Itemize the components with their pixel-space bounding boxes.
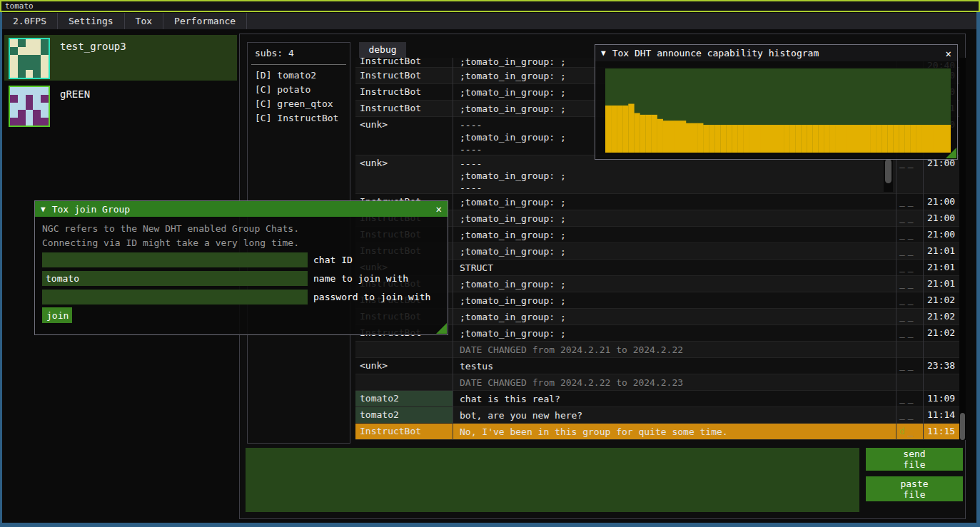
chat-message-row[interactable]: <unk>testus__23:38	[355, 358, 959, 374]
join-description-line: NGC refers to the New DHT enabled Group …	[42, 223, 299, 234]
menu-item-settings[interactable]: Settings	[58, 13, 125, 29]
delivery-status-cell: __	[896, 260, 923, 272]
window-border-right	[976, 12, 980, 527]
close-icon[interactable]: ✕	[946, 48, 951, 59]
delivery-status-cell: __	[896, 358, 923, 371]
sender-name-cell: InstructBot	[355, 424, 453, 439]
chat-scrollbar[interactable]	[959, 58, 966, 440]
timestamp-cell	[924, 342, 958, 344]
sender-name-cell: InstructBot	[355, 84, 453, 100]
window-title: tomato	[5, 1, 34, 11]
histogram-title: Tox DHT announce capability histogram	[612, 48, 819, 58]
group-name-label: test_group3	[60, 41, 126, 52]
join-button[interactable]: join	[42, 307, 72, 323]
join-description-line: Connecting via ID might take a very long…	[42, 237, 299, 248]
message-text-cell: ;tomato_in_group: ;	[455, 227, 895, 242]
member-list-item[interactable]: [D] tomato2	[255, 70, 316, 81]
sender-name-cell: tomato2	[355, 391, 453, 406]
sender-name-cell	[355, 342, 453, 357]
window-border-left	[0, 12, 2, 527]
delivery-status-cell: __	[896, 309, 923, 322]
timestamp-cell: 11:09	[924, 391, 958, 404]
delivery-status-cell: __	[896, 276, 923, 289]
group-avatar	[9, 86, 50, 127]
join-group-window[interactable]: ▼ Tox join Group ✕ NGC refers to the New…	[34, 200, 448, 335]
date-changed-row[interactable]: DATE CHANGED from 2024.2.21 to 2024.2.22	[355, 342, 959, 358]
message-text-cell: DATE CHANGED from 2024.2.21 to 2024.2.22	[455, 342, 895, 357]
window-border-bottom	[0, 523, 980, 527]
sidebar-group-gREEN[interactable]: gREEN	[4, 83, 237, 123]
timestamp-cell: 21:00	[924, 194, 958, 207]
delivery-status-cell: d_	[896, 424, 923, 436]
delivery-status-cell: __	[896, 407, 923, 420]
message-text-cell: ;tomato_in_group: ;	[455, 194, 895, 210]
title-bar[interactable]: tomato	[0, 0, 980, 12]
message-text-cell: testus	[455, 358, 895, 374]
tab-debug[interactable]: debug	[359, 42, 406, 58]
resize-grip-icon[interactable]	[946, 148, 956, 158]
column-divider[interactable]	[453, 58, 453, 440]
member-list-item[interactable]: [C] green_qtox	[255, 98, 333, 109]
chat-message-row[interactable]: tomato2chat is this real?__11:09	[355, 391, 959, 407]
join-password-input[interactable]	[42, 290, 308, 305]
message-input[interactable]	[246, 448, 859, 512]
message-text-cell: chat is this real?	[455, 391, 895, 406]
chat-message-row[interactable]: tomato2bot, are you new here?__11:14	[355, 407, 959, 424]
sender-name-cell: InstructBot	[355, 101, 453, 116]
message-cell-scrollbar-thumb[interactable]	[885, 159, 891, 183]
timestamp-cell: 21:00	[924, 227, 958, 240]
message-text-cell: ;tomato_in_group: ;	[455, 325, 895, 341]
message-text-cell: No, I've been in this group for quite so…	[455, 424, 895, 439]
collapse-icon[interactable]: ▼	[41, 205, 46, 214]
message-cell-scrollbar[interactable]	[884, 158, 893, 192]
send-file-button[interactable]: send file	[866, 448, 963, 471]
message-text-cell: ;tomato_in_group: ;	[455, 243, 895, 259]
join-titlebar[interactable]: ▼ Tox join Group ✕	[35, 201, 448, 217]
member-list-item[interactable]: [C] InstructBot	[255, 113, 338, 123]
collapse-icon[interactable]: ▼	[601, 48, 606, 58]
timestamp-cell: 21:02	[924, 292, 958, 305]
join-name-input[interactable]	[42, 271, 308, 286]
sender-name-cell: InstructBot	[355, 58, 453, 67]
chat-message-row[interactable]: InstructBotNo, I've been in this group f…	[355, 424, 959, 440]
sidebar-group-test_group3[interactable]: test_group3	[4, 35, 237, 81]
delivery-status-cell: __	[896, 194, 923, 207]
menu-item-performance[interactable]: Performance	[163, 13, 247, 29]
delivery-status-cell: __	[896, 243, 923, 256]
histogram-plot	[605, 68, 951, 153]
date-changed-row[interactable]: DATE CHANGED from 2024.2.22 to 2024.2.23	[355, 374, 959, 391]
timestamp-cell: 21:02	[924, 325, 958, 338]
chat-id-input[interactable]	[42, 252, 308, 267]
group-avatar	[9, 38, 50, 79]
join-window-title: Tox join Group	[52, 204, 131, 215]
delivery-status-cell: __	[896, 292, 923, 305]
chat-message-row[interactable]: <unk>---- ;tomato_in_group: ; ----__21:0…	[355, 155, 959, 194]
delivery-status-cell	[896, 374, 923, 377]
delivery-status-cell: __	[896, 325, 923, 338]
resize-grip-icon[interactable]	[436, 323, 447, 334]
chat-scrollbar-thumb[interactable]	[960, 413, 965, 440]
member-list-item[interactable]: [C] potato	[255, 84, 310, 95]
menu-item-tox[interactable]: Tox	[125, 13, 163, 29]
delivery-status-cell	[896, 342, 923, 344]
histogram-titlebar[interactable]: ▼ Tox DHT announce capability histogram …	[595, 45, 957, 61]
sender-name-cell: <unk>	[355, 155, 453, 193]
timestamp-cell: 21:01	[924, 243, 958, 256]
timestamp-cell: 21:00	[924, 210, 958, 223]
timestamp-cell: 21:01	[924, 260, 958, 272]
sender-name-cell: <unk>	[355, 358, 453, 374]
sender-name-cell	[355, 374, 453, 390]
close-icon[interactable]: ✕	[436, 203, 442, 215]
message-text-cell: ;tomato_in_group: ;	[455, 309, 895, 324]
timestamp-cell: 11:15	[924, 424, 958, 436]
histogram-window[interactable]: ▼ Tox DHT announce capability histogram …	[595, 44, 958, 160]
message-text-cell: bot, are you new here?	[455, 407, 895, 423]
message-text-cell: STRUCT	[455, 260, 895, 275]
delivery-status-cell: __	[896, 391, 923, 404]
group-name-label: gREEN	[60, 88, 90, 100]
message-text-cell: ;tomato_in_group: ;	[455, 292, 895, 308]
sender-name-cell: InstructBot	[355, 68, 453, 83]
menu-bar: 2.0FPS Settings Tox Performance	[2, 13, 976, 29]
separator	[251, 64, 346, 65]
paste-file-button[interactable]: paste file	[866, 476, 963, 501]
